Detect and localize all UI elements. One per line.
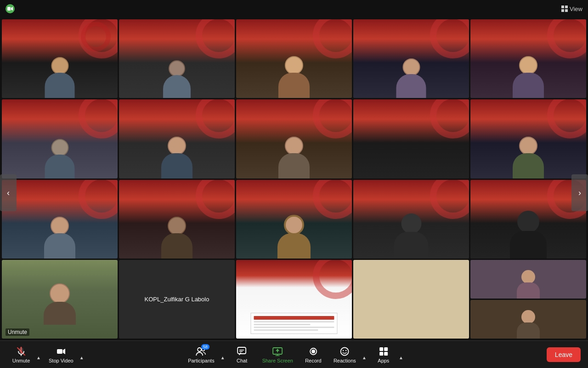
participants-label: Participants	[188, 358, 214, 363]
video-cell-12[interactable]	[119, 180, 235, 259]
top-bar-right: View	[561, 6, 582, 12]
video-cell-15[interactable]	[470, 180, 586, 259]
apps-button[interactable]: Apps	[370, 344, 397, 365]
svg-rect-2	[561, 6, 564, 8]
video-cell-1[interactable]	[2, 19, 118, 98]
app-logo	[6, 4, 15, 13]
video-row-4: Unmute KOPL_Zulfikar G Labolo	[2, 260, 586, 339]
video-cell-7[interactable]	[119, 99, 235, 178]
video-cell-6[interactable]	[2, 99, 118, 178]
stop-video-icon	[56, 346, 67, 357]
toolbar-center: 58 Participants ▲ Chat	[183, 344, 405, 365]
chat-button[interactable]: Chat	[228, 344, 256, 365]
next-page-button[interactable]: ›	[571, 174, 588, 211]
toolbar-left: Unmute ▲ Stop Video ▲	[7, 344, 85, 365]
video-grid: Unmute KOPL_Zulfikar G Labolo	[0, 17, 588, 340]
video-cell-8[interactable]	[236, 99, 352, 178]
svg-point-20	[311, 350, 315, 353]
participants-button[interactable]: 58 Participants	[183, 344, 219, 365]
participants-caret[interactable]: ▲	[219, 349, 226, 360]
svg-rect-24	[379, 347, 383, 351]
svg-rect-26	[379, 352, 383, 356]
unmute-group: Unmute ▲	[7, 344, 42, 365]
video-cell-17[interactable]: KOPL_Zulfikar G Labolo	[119, 260, 235, 339]
stop-video-button[interactable]: Stop Video	[44, 344, 78, 365]
participants-group: 58 Participants ▲	[183, 344, 226, 365]
svg-rect-25	[384, 347, 388, 351]
video-cell-19[interactable]	[353, 260, 469, 339]
toolbar: Unmute ▲ Stop Video ▲	[0, 340, 588, 368]
top-bar: View	[0, 0, 588, 17]
video-cell-20b[interactable]	[470, 300, 586, 339]
stop-video-group: Stop Video ▲	[44, 344, 85, 365]
stop-video-caret[interactable]: ▲	[78, 349, 85, 360]
view-label: View	[570, 6, 582, 12]
unmute-button[interactable]: Unmute	[7, 344, 35, 365]
share-screen-label: Share Screen	[262, 358, 293, 363]
share-screen-button[interactable]: Share Screen	[258, 344, 298, 365]
svg-rect-10	[57, 349, 62, 354]
reactions-button[interactable]: Reactions	[329, 344, 361, 365]
stop-video-label: Stop Video	[49, 358, 74, 363]
video-row-3	[2, 180, 586, 259]
unmute-icon	[16, 346, 27, 357]
view-button[interactable]: View	[561, 6, 582, 12]
share-screen-icon	[272, 346, 283, 357]
chat-icon	[237, 346, 248, 357]
reactions-caret[interactable]: ▲	[361, 349, 368, 360]
video-cell-16[interactable]: Unmute	[2, 260, 118, 339]
apps-caret[interactable]: ▲	[397, 349, 405, 360]
video-cell-5[interactable]	[470, 19, 586, 98]
svg-point-12	[198, 348, 201, 351]
video-row-2	[2, 99, 586, 178]
svg-point-21	[341, 347, 349, 355]
video-cell-14[interactable]	[353, 180, 469, 259]
prev-page-button[interactable]: ‹	[0, 174, 17, 211]
apps-label: Apps	[378, 358, 389, 363]
video-row-1	[2, 19, 586, 98]
zoom-icon	[6, 4, 15, 13]
svg-point-22	[343, 350, 344, 351]
video-cell-10[interactable]	[470, 99, 586, 178]
svg-rect-8	[19, 348, 23, 353]
video-cell-18[interactable]	[236, 260, 352, 339]
reactions-label: Reactions	[334, 358, 356, 363]
cell-16-name-label: Unmute	[6, 328, 29, 336]
participants-badge: 58	[201, 344, 209, 350]
reactions-icon	[339, 346, 350, 357]
apps-icon	[378, 346, 389, 357]
participants-icon: 58	[196, 346, 207, 357]
record-button[interactable]: Record	[300, 344, 327, 365]
svg-marker-1	[11, 7, 13, 11]
apps-group: Apps ▲	[370, 344, 405, 365]
svg-rect-14	[238, 347, 246, 354]
svg-rect-3	[565, 6, 568, 8]
cell-17-name: KOPL_Zulfikar G Labolo	[141, 292, 213, 306]
toolbar-right: Leave	[547, 347, 581, 362]
video-cell-13[interactable]	[236, 180, 352, 259]
unmute-label: Unmute	[12, 358, 30, 363]
svg-rect-27	[384, 352, 388, 356]
video-cell-9[interactable]	[353, 99, 469, 178]
svg-rect-4	[561, 9, 564, 12]
svg-marker-18	[276, 349, 279, 352]
record-label: Record	[305, 358, 321, 363]
video-cell-2[interactable]	[119, 19, 235, 98]
video-cell-4[interactable]	[353, 19, 469, 98]
reactions-group: Reactions ▲	[329, 344, 368, 365]
record-icon	[308, 346, 319, 357]
chat-label: Chat	[237, 358, 247, 363]
leave-button[interactable]: Leave	[547, 347, 581, 362]
svg-point-23	[345, 350, 346, 351]
video-cell-3[interactable]	[236, 19, 352, 98]
svg-rect-5	[565, 9, 568, 12]
unmute-caret[interactable]: ▲	[35, 349, 42, 360]
video-cell-11[interactable]	[2, 180, 118, 259]
svg-rect-0	[7, 7, 11, 11]
video-cell-20a[interactable]	[470, 260, 586, 299]
svg-marker-11	[63, 349, 65, 354]
